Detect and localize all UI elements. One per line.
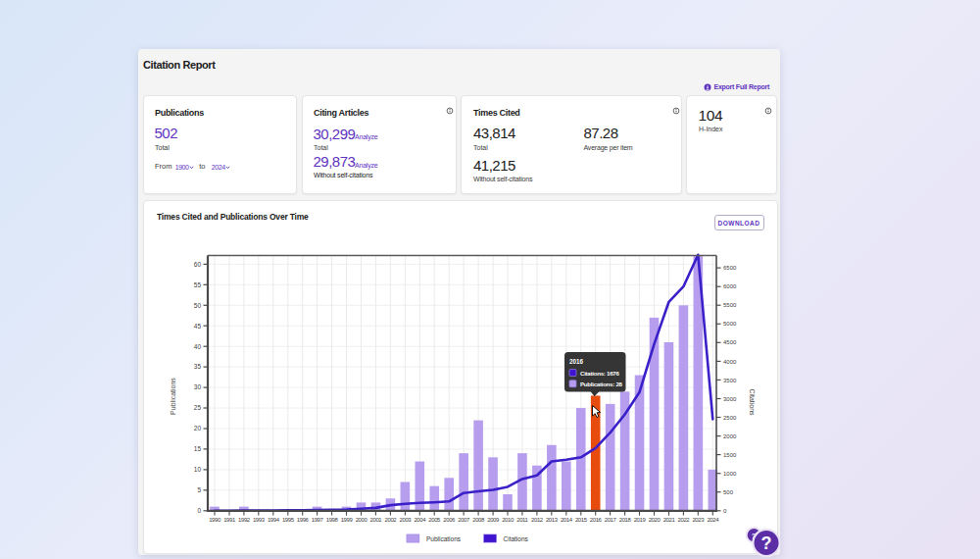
svg-text:45: 45 xyxy=(194,323,202,330)
svg-text:20: 20 xyxy=(194,425,202,432)
svg-text:30: 30 xyxy=(194,383,202,390)
svg-text:6500: 6500 xyxy=(723,265,737,271)
svg-text:Citations: 1676: Citations: 1676 xyxy=(580,370,619,377)
svg-text:2005: 2005 xyxy=(428,517,441,523)
svg-text:2000: 2000 xyxy=(356,517,368,523)
svg-text:2010: 2010 xyxy=(502,517,514,523)
svg-text:2016: 2016 xyxy=(569,358,584,365)
svg-text:2018: 2018 xyxy=(619,517,632,523)
svg-text:2017: 2017 xyxy=(605,517,617,523)
svg-text:2016: 2016 xyxy=(590,517,603,523)
svg-text:2500: 2500 xyxy=(723,415,737,421)
svg-text:1997: 1997 xyxy=(312,517,324,523)
svg-text:2022: 2022 xyxy=(678,517,691,523)
svg-text:2007: 2007 xyxy=(458,517,470,523)
svg-text:3500: 3500 xyxy=(723,378,737,383)
svg-text:?: ? xyxy=(761,534,772,553)
svg-text:2003: 2003 xyxy=(400,517,413,523)
svg-text:1500: 1500 xyxy=(723,452,737,458)
svg-text:1994: 1994 xyxy=(268,517,280,523)
svg-text:55: 55 xyxy=(194,281,202,288)
svg-text:2001: 2001 xyxy=(370,517,383,523)
svg-text:2014: 2014 xyxy=(561,517,573,523)
svg-text:0: 0 xyxy=(197,507,201,514)
svg-text:2021: 2021 xyxy=(663,517,676,523)
svg-text:Citations: Citations xyxy=(504,535,529,542)
svg-text:5: 5 xyxy=(197,486,201,493)
svg-text:10: 10 xyxy=(194,466,202,473)
svg-text:5000: 5000 xyxy=(723,321,737,327)
svg-text:1999: 1999 xyxy=(341,517,354,523)
svg-text:2008: 2008 xyxy=(472,517,485,523)
svg-text:2009: 2009 xyxy=(487,517,500,523)
svg-text:500: 500 xyxy=(723,489,734,495)
svg-text:2020: 2020 xyxy=(649,517,662,523)
svg-text:2015: 2015 xyxy=(575,517,588,523)
svg-text:1992: 1992 xyxy=(238,517,251,523)
svg-text:6000: 6000 xyxy=(723,283,737,289)
svg-text:Publications: Publications xyxy=(426,535,462,542)
svg-text:1998: 1998 xyxy=(326,517,339,523)
svg-text:2023: 2023 xyxy=(692,517,705,523)
svg-text:5500: 5500 xyxy=(723,302,737,308)
svg-text:2000: 2000 xyxy=(723,433,737,439)
svg-text:35: 35 xyxy=(194,363,202,370)
svg-text:2019: 2019 xyxy=(634,517,647,523)
svg-text:1996: 1996 xyxy=(297,517,310,523)
svg-text:1000: 1000 xyxy=(723,471,737,477)
svg-text:4500: 4500 xyxy=(723,339,737,345)
svg-text:1995: 1995 xyxy=(282,517,295,523)
svg-text:1991: 1991 xyxy=(223,517,236,523)
svg-text:Publications: Publications xyxy=(170,378,176,415)
svg-text:4000: 4000 xyxy=(723,359,737,365)
svg-text:Publications: 28: Publications: 28 xyxy=(580,381,623,387)
svg-text:2012: 2012 xyxy=(531,517,544,523)
svg-text:3000: 3000 xyxy=(723,396,737,402)
svg-text:25: 25 xyxy=(194,404,202,411)
svg-text:2002: 2002 xyxy=(385,517,398,523)
svg-text:Citations: Citations xyxy=(749,388,756,416)
svg-text:1990: 1990 xyxy=(209,517,221,523)
svg-text:40: 40 xyxy=(194,343,202,350)
svg-text:50: 50 xyxy=(194,302,202,309)
svg-text:2006: 2006 xyxy=(443,517,456,523)
svg-text:1993: 1993 xyxy=(253,517,266,523)
svg-text:2004: 2004 xyxy=(414,517,426,523)
svg-text:2024: 2024 xyxy=(707,517,719,523)
svg-text:2013: 2013 xyxy=(546,517,559,523)
svg-text:0: 0 xyxy=(723,508,727,514)
svg-text:15: 15 xyxy=(194,445,202,452)
svg-text:2011: 2011 xyxy=(516,517,528,523)
svg-text:60: 60 xyxy=(194,261,202,268)
